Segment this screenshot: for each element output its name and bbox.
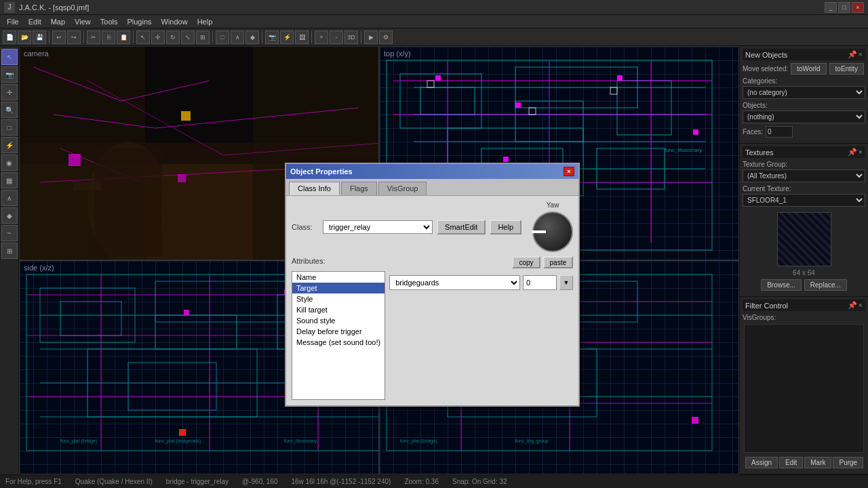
toolbar-undo[interactable]: ↩ [52, 30, 66, 44]
tab-flags[interactable]: Flags [341, 182, 377, 195]
toolbar-3d[interactable]: 3D [344, 30, 358, 44]
tool-camera[interactable]: 📷 [1, 66, 18, 83]
tool-brush[interactable]: □ [1, 119, 18, 136]
tool-overlay[interactable]: ⊞ [1, 243, 18, 259]
browse-button[interactable]: Browse... [761, 279, 802, 291]
toolbar-snap[interactable]: ⊞ [196, 30, 210, 44]
faces-input[interactable] [766, 126, 793, 138]
svg-rect-14 [178, 174, 186, 182]
mark-button[interactable]: Mark [804, 457, 831, 468]
smart-edit-button[interactable]: SmartEdit [437, 220, 486, 235]
toolbar-rotate[interactable]: ↻ [166, 30, 180, 44]
filter-close[interactable]: × [859, 301, 863, 310]
texture-size: 64 x 64 [743, 269, 865, 277]
menu-edit[interactable]: Edit [24, 16, 45, 27]
purge-button[interactable]: Purge [833, 457, 863, 468]
toolbar-select[interactable]: ↖ [136, 30, 150, 44]
toolbar-run[interactable]: ⚙ [379, 30, 393, 44]
toolbar-grid-down[interactable]: - [330, 30, 343, 44]
attribute-list: Name Target Style Kill target Sound styl… [292, 271, 385, 400]
toolbar-vertex[interactable]: ◆ [245, 30, 259, 44]
attrs-label: Attributes: [292, 257, 326, 265]
yaw-dial[interactable] [532, 211, 573, 252]
attr-delay[interactable]: Delay before trigger [292, 326, 384, 337]
tool-path[interactable]: ~ [1, 225, 18, 241]
toolbar-brush[interactable]: □ [216, 30, 229, 44]
tool-zoom[interactable]: 🔍 [1, 102, 18, 118]
value-number-input[interactable] [523, 275, 557, 290]
attr-target[interactable]: Target [292, 283, 384, 293]
toolbar-copy[interactable]: ⎘ [102, 30, 115, 44]
toolbar-open[interactable]: 📂 [18, 30, 31, 44]
textures-pin[interactable]: 📌 [848, 148, 857, 157]
window-controls: _ □ × [825, 2, 864, 13]
to-world-button[interactable]: toWorld [791, 63, 826, 75]
assign-button[interactable]: Assign [745, 457, 778, 468]
minimize-button[interactable]: _ [825, 2, 837, 13]
toolbar-redo[interactable]: ↪ [67, 30, 81, 44]
close-window-button[interactable]: × [852, 2, 864, 13]
toolbar-texture[interactable]: 🖼 [295, 30, 309, 44]
textures-titlebar: Textures 📌 × [743, 146, 865, 158]
menu-help[interactable]: Help [193, 16, 217, 27]
toolbar-camera[interactable]: 📷 [265, 30, 279, 44]
maximize-button[interactable]: □ [838, 2, 850, 13]
attr-name[interactable]: Name [292, 272, 384, 283]
menu-file[interactable]: File [3, 16, 23, 27]
svg-rect-46 [610, 87, 617, 94]
svg-text:func_plat (bridge): func_plat (bridge) [60, 439, 97, 444]
attr-style[interactable]: Style [292, 293, 384, 304]
toolbar-clip[interactable]: ∧ [231, 30, 244, 44]
toolbar-save[interactable]: 💾 [33, 30, 46, 44]
current-texture-select[interactable]: SFLOOR4_1 [743, 194, 865, 207]
toolbar-paste[interactable]: 📋 [117, 30, 130, 44]
paste-button[interactable]: paste [543, 256, 573, 268]
to-entity-button[interactable]: toEntity [829, 63, 864, 75]
toolbar-move[interactable]: ✛ [151, 30, 165, 44]
new-objects-pin[interactable]: 📌 [848, 50, 857, 59]
categories-select[interactable]: (no category) [743, 86, 865, 99]
tab-class-info[interactable]: Class Info [289, 182, 340, 195]
menu-view[interactable]: View [71, 16, 95, 27]
attr-kill-target[interactable]: Kill target [292, 304, 384, 315]
class-select[interactable]: trigger_relay [323, 220, 433, 234]
attr-message[interactable]: Message (set sound too!) [292, 337, 384, 348]
toolbar-new[interactable]: 📄 [3, 30, 16, 44]
menu-tools[interactable]: Tools [96, 16, 122, 27]
faces-row: Faces: [743, 126, 865, 138]
toolbar-sep-5 [262, 31, 262, 43]
menu-map[interactable]: Map [47, 16, 69, 27]
value-dropdown[interactable]: bridgeguards [389, 275, 520, 290]
toolbar-grid-up[interactable]: + [315, 30, 328, 44]
object-properties-dialog: Object Properties × Class Info Flags Vis… [285, 163, 580, 407]
textures-close[interactable]: × [859, 148, 863, 157]
copy-button[interactable]: copy [512, 256, 540, 268]
filter-pin[interactable]: 📌 [848, 301, 857, 310]
menu-plugins[interactable]: Plugins [123, 16, 155, 27]
value-arrow-down[interactable]: ▼ [559, 275, 573, 290]
tool-decal[interactable]: ◉ [1, 155, 18, 171]
objects-select[interactable]: (nothing) [743, 110, 865, 123]
texture-buttons: Browse... Replace... [743, 279, 865, 291]
tool-texture[interactable]: ▦ [1, 172, 18, 188]
tool-move[interactable]: ✛ [1, 84, 18, 100]
menu-window[interactable]: Window [157, 16, 192, 27]
toolbar-scale[interactable]: ⤡ [181, 30, 195, 44]
help-button[interactable]: Help [490, 220, 521, 235]
svg-rect-13 [68, 154, 81, 166]
dialog-body: Class: trigger_relay SmartEdit Help Yaw … [286, 196, 578, 405]
new-objects-close[interactable]: × [859, 50, 863, 59]
toolbar-compile[interactable]: ▶ [364, 30, 378, 44]
tool-entity[interactable]: ⚡ [1, 137, 18, 153]
toolbar-cut[interactable]: ✂ [87, 30, 100, 44]
attr-sound-style[interactable]: Sound style [292, 315, 384, 326]
replace-button[interactable]: Replace... [804, 279, 847, 291]
tool-vertex[interactable]: ◆ [1, 207, 18, 224]
dialog-close-button[interactable]: × [564, 167, 574, 176]
tool-select[interactable]: ↖ [1, 49, 18, 65]
edit-button[interactable]: Edit [779, 457, 803, 468]
toolbar-entity[interactable]: ⚡ [280, 30, 294, 44]
tab-visgroup[interactable]: VisGroup [378, 182, 427, 195]
texture-group-select[interactable]: (All Textures) [743, 169, 865, 182]
tool-clip[interactable]: ∧ [1, 190, 18, 206]
